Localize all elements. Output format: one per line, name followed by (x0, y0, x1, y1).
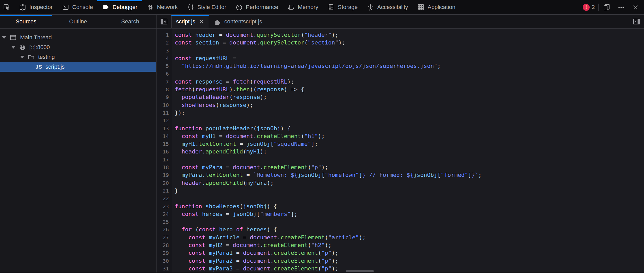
line-number[interactable]: 29 (156, 249, 172, 257)
line-number[interactable]: 2 (156, 39, 172, 47)
toolbar-tab-memory[interactable]: Memory (283, 0, 323, 14)
line-number[interactable]: 31 (156, 265, 172, 272)
code-token: "members" (260, 211, 291, 217)
source-tree-item-8000[interactable]: [::]:8000 (0, 42, 156, 52)
error-count: 2 (592, 4, 595, 11)
code-line: const requestURL = (175, 54, 644, 62)
line-number[interactable]: 27 (156, 234, 172, 241)
code-token (175, 250, 188, 256)
code-token (175, 148, 182, 155)
code-token: ]; (291, 211, 298, 217)
code-token: . (257, 39, 260, 46)
toolbar-tab-style-editor[interactable]: Style Editor (182, 0, 231, 14)
toolbar-tab-console[interactable]: Console (57, 0, 98, 14)
line-number[interactable]: 26 (156, 226, 172, 233)
editor-tab-script-js[interactable]: script.js (171, 15, 209, 28)
toolbar-tab-debugger[interactable]: Debugger (97, 0, 142, 14)
editor-tab-contentscript-js[interactable]: contentscript.js (209, 15, 267, 28)
line-number[interactable]: 21 (156, 187, 172, 195)
toolbar-tab-application[interactable]: Application (412, 0, 460, 14)
code-token: "p" (321, 258, 332, 264)
code-line (175, 195, 644, 202)
close-tab-button[interactable] (199, 19, 204, 24)
expand-caret-icon[interactable] (2, 36, 6, 39)
code-token: `Hometown: ${ (253, 172, 298, 178)
horizontal-scrollbar-thumb[interactable] (346, 270, 374, 272)
line-number[interactable]: 7 (156, 78, 172, 86)
sidebar-tab-search[interactable]: Search (104, 15, 156, 28)
code-line: header.appendChild(myPara); (175, 179, 644, 187)
line-number[interactable]: 14 (156, 132, 172, 140)
line-number[interactable]: 22 (156, 195, 172, 202)
line-number[interactable]: 15 (156, 140, 172, 148)
error-count-badge[interactable]: ! 2 (583, 4, 595, 11)
line-number[interactable]: 18 (156, 163, 172, 171)
line-number[interactable]: 20 (156, 179, 172, 187)
code-token (175, 172, 182, 178)
line-number[interactable]: 24 (156, 210, 172, 218)
line-number[interactable]: 17 (156, 156, 172, 163)
source-tree-item-script-js[interactable]: JSscript.js (0, 62, 156, 72)
line-number[interactable]: 30 (156, 257, 172, 265)
line-number[interactable]: 25 (156, 218, 172, 226)
line-number[interactable]: 28 (156, 241, 172, 249)
code-token: . (195, 141, 198, 147)
close-devtools-button[interactable] (629, 0, 642, 14)
code-token: header (195, 32, 215, 38)
expand-debugger-panes-button[interactable] (629, 15, 644, 28)
code-token (175, 63, 182, 69)
code-token: "article" (328, 234, 359, 241)
line-number[interactable]: 16 (156, 148, 172, 156)
source-tree-item-main-thread[interactable]: Main Thread (0, 33, 156, 42)
line-number[interactable]: 3 (156, 47, 172, 54)
devtools-menu-button[interactable] (615, 0, 628, 14)
toolbar-tab-performance[interactable]: Performance (231, 0, 283, 14)
toolbar-tab-inspector[interactable]: Inspector (14, 0, 57, 14)
line-number[interactable]: 19 (156, 171, 172, 179)
line-number[interactable]: 5 (156, 62, 172, 70)
line-number[interactable]: 1 (156, 31, 172, 39)
code-editor[interactable]: 1234567891011121314151617181920212223242… (156, 29, 644, 272)
code-token: "formed" (441, 172, 468, 178)
code-line (175, 156, 644, 163)
code-token: "p" (311, 164, 321, 170)
line-number[interactable]: 6 (156, 70, 172, 78)
code-token: querySelector (257, 32, 301, 38)
line-number[interactable]: 11 (156, 109, 172, 117)
split-console-button[interactable] (600, 0, 613, 14)
sidebar-tab-outline[interactable]: Outline (52, 15, 104, 28)
collapse-sources-pane-button[interactable] (156, 15, 171, 28)
code-token: . (260, 242, 263, 248)
code-token: textContent (205, 172, 243, 178)
code-token: "p" (321, 265, 332, 272)
toolbar-tab-accessibility[interactable]: Accessibility (362, 0, 413, 14)
application-icon (417, 3, 425, 11)
toolbar-separator (13, 4, 13, 11)
code-token: ); (321, 164, 328, 170)
line-number[interactable]: 8 (156, 86, 172, 93)
line-number[interactable]: 4 (156, 54, 172, 62)
code-token: document (226, 32, 253, 38)
code-token: . (260, 164, 263, 170)
source-tree-item-testing[interactable]: testing (0, 52, 156, 62)
expand-caret-icon[interactable] (20, 56, 24, 58)
code-token: appendChild (205, 180, 243, 186)
code-token: createElement (274, 250, 318, 256)
code-token: myH1 (246, 148, 260, 155)
expand-caret-icon[interactable] (11, 46, 15, 49)
line-number[interactable]: 13 (156, 125, 172, 132)
style-editor-icon (187, 3, 195, 11)
code-token: querySelector (260, 39, 304, 46)
toolbar-tab-storage[interactable]: Storage (323, 0, 362, 14)
code-token: ( (192, 86, 195, 93)
line-number[interactable]: 12 (156, 117, 172, 124)
toolbar-tab-network[interactable]: Network (142, 0, 182, 14)
line-number[interactable]: 10 (156, 101, 172, 109)
line-number[interactable]: 9 (156, 93, 172, 101)
sidebar-tab-sources[interactable]: Sources (0, 15, 52, 28)
line-number-gutter[interactable]: 1234567891011121314151617181920212223242… (156, 29, 172, 272)
code-pane[interactable]: const header = document.querySelector("h… (172, 29, 644, 272)
pick-element-button[interactable] (0, 0, 13, 14)
line-number[interactable]: 23 (156, 203, 172, 210)
toolbar-tab-label: Debugger (112, 4, 137, 11)
